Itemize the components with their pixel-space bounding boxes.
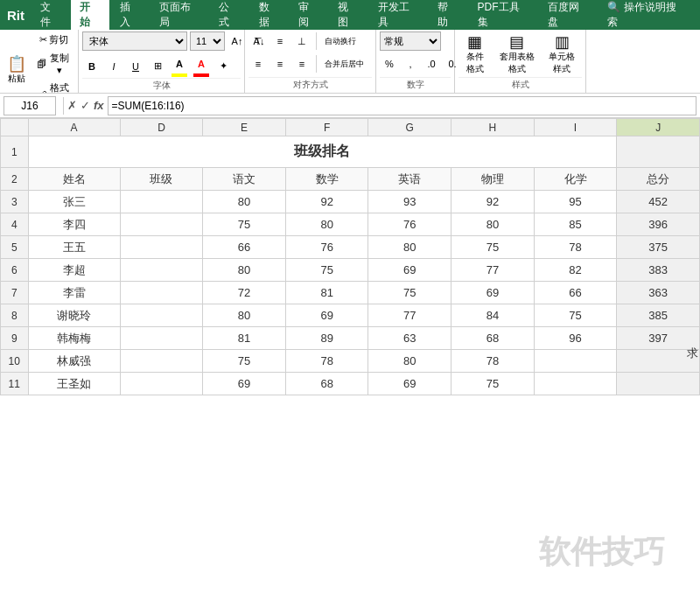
cell-chinese-11[interactable]: 69 <box>203 373 286 395</box>
row-header-5[interactable]: 5 <box>1 236 29 259</box>
cell-chinese-3[interactable]: 80 <box>203 191 286 213</box>
cut-button[interactable]: ✂ 剪切 <box>35 31 73 48</box>
cell-name-6[interactable]: 李超 <box>28 259 120 282</box>
cell-math-10[interactable]: 78 <box>285 350 368 373</box>
cell-math-11[interactable]: 68 <box>285 373 368 395</box>
cell-english-5[interactable]: 80 <box>368 236 452 259</box>
cell-class-9[interactable] <box>120 327 203 350</box>
cell-chinese-8[interactable]: 80 <box>203 304 286 327</box>
cell-reference-input[interactable]: J16 <box>4 96 56 115</box>
cell-physics-7[interactable]: 69 <box>452 282 535 304</box>
cell-class-11[interactable] <box>120 373 203 395</box>
copy-button[interactable]: 🗐 复制 ▾ <box>32 50 74 78</box>
cell-total-6[interactable]: 383 <box>617 259 700 282</box>
cell-physics-4[interactable]: 80 <box>452 213 535 236</box>
cell-name-7[interactable]: 李雷 <box>28 282 120 304</box>
cell-total-4[interactable]: 396 <box>617 213 700 236</box>
col-header-d[interactable]: D <box>120 119 203 136</box>
menu-tab-search[interactable]: 🔍 操作说明搜索 <box>598 0 693 35</box>
cell-math-6[interactable]: 75 <box>285 259 368 282</box>
cell-chemistry-5[interactable]: 78 <box>534 236 617 259</box>
cell-total-11[interactable] <box>617 373 700 395</box>
cell-physics-10[interactable]: 78 <box>452 350 535 373</box>
cell-total-5[interactable]: 375 <box>617 236 700 259</box>
cell-class-6[interactable] <box>120 259 203 282</box>
cell-math-8[interactable]: 69 <box>285 304 368 327</box>
align-top-button[interactable]: ⊤ <box>248 31 268 51</box>
cell-name-3[interactable]: 张三 <box>28 191 120 213</box>
cell-physics-5[interactable]: 75 <box>452 236 535 259</box>
cell-math-3[interactable]: 92 <box>285 191 368 213</box>
cell-chinese-7[interactable]: 72 <box>203 282 286 304</box>
cell-class-8[interactable] <box>120 304 203 327</box>
header-name[interactable]: 姓名 <box>28 168 120 191</box>
cell-total-8[interactable]: 385 <box>617 304 700 327</box>
cell-english-6[interactable]: 69 <box>368 259 452 282</box>
col-header-i[interactable]: I <box>534 119 617 136</box>
cell-name-5[interactable]: 王五 <box>28 236 120 259</box>
row-header-10[interactable]: 10 <box>1 350 29 373</box>
header-total[interactable]: 总分 <box>617 168 700 191</box>
font-size-select[interactable]: 11 <box>190 31 225 51</box>
cell-chemistry-9[interactable]: 96 <box>534 327 617 350</box>
increase-decimal-button[interactable]: .0 <box>422 54 441 73</box>
font-color-button[interactable]: A <box>192 54 211 73</box>
cell-chinese-10[interactable]: 75 <box>203 350 286 373</box>
row-header-4[interactable]: 4 <box>1 213 29 236</box>
border-button[interactable]: ⊞ <box>148 57 167 76</box>
align-middle-button[interactable]: ≡ <box>270 31 290 51</box>
align-center-button[interactable]: ≡ <box>270 54 290 73</box>
cell-math-4[interactable]: 80 <box>285 213 368 236</box>
cell-chemistry-3[interactable]: 95 <box>534 191 617 213</box>
cell-j1[interactable] <box>617 136 700 168</box>
cell-class-5[interactable] <box>120 236 203 259</box>
cell-physics-6[interactable]: 77 <box>452 259 535 282</box>
header-chemistry[interactable]: 化学 <box>534 168 617 191</box>
cell-class-3[interactable] <box>120 191 203 213</box>
cell-total-3[interactable]: 452 <box>617 191 700 213</box>
wrap-text-button[interactable]: 自动换行 <box>321 31 360 51</box>
align-left-button[interactable]: ≡ <box>248 54 268 73</box>
confirm-formula-icon[interactable]: ✓ <box>80 99 90 112</box>
cell-chemistry-7[interactable]: 66 <box>534 282 617 304</box>
cell-chemistry-8[interactable]: 75 <box>534 304 617 327</box>
cell-chinese-6[interactable]: 80 <box>203 259 286 282</box>
cell-name-11[interactable]: 王圣如 <box>28 373 120 395</box>
cell-total-7[interactable]: 363 <box>617 282 700 304</box>
clear-format-button[interactable]: ✦ <box>214 57 233 76</box>
cell-styles-button[interactable]: ▥ 单元格样式 <box>542 32 582 77</box>
col-header-g[interactable]: G <box>368 119 452 136</box>
percent-button[interactable]: % <box>380 54 399 73</box>
title-cell[interactable]: 班级排名 <box>28 136 617 168</box>
cell-english-9[interactable]: 63 <box>368 327 452 350</box>
cell-physics-3[interactable]: 92 <box>452 191 535 213</box>
cell-name-4[interactable]: 李四 <box>28 213 120 236</box>
col-header-f[interactable]: F <box>285 119 368 136</box>
font-name-select[interactable]: 宋体 <box>82 31 187 51</box>
cell-chinese-4[interactable]: 75 <box>203 213 286 236</box>
row-header-9[interactable]: 9 <box>1 327 29 350</box>
col-header-e[interactable]: E <box>203 119 286 136</box>
cell-english-10[interactable]: 80 <box>368 350 452 373</box>
format-painter-button[interactable]: 🖌 格式刷 <box>32 80 74 93</box>
cell-chinese-5[interactable]: 66 <box>203 236 286 259</box>
cell-class-10[interactable] <box>120 350 203 373</box>
underline-button[interactable]: U <box>126 57 145 76</box>
comma-button[interactable]: , <box>401 54 420 73</box>
cancel-formula-icon[interactable]: ✗ <box>67 99 77 112</box>
row-header-7[interactable]: 7 <box>1 282 29 304</box>
cell-chemistry-6[interactable]: 82 <box>534 259 617 282</box>
number-format-select[interactable]: 常规 <box>380 31 441 51</box>
cell-chemistry-10[interactable] <box>534 350 617 373</box>
cell-class-4[interactable] <box>120 213 203 236</box>
row-header-1[interactable]: 1 <box>1 136 29 168</box>
header-chinese[interactable]: 语文 <box>203 168 286 191</box>
row-header-11[interactable]: 11 <box>1 373 29 395</box>
cell-english-11[interactable]: 69 <box>368 373 452 395</box>
table-format-button[interactable]: ▤ 套用表格格式 <box>495 32 539 77</box>
italic-button[interactable]: I <box>104 57 123 76</box>
row-header-3[interactable]: 3 <box>1 191 29 213</box>
cell-name-8[interactable]: 谢晓玲 <box>28 304 120 327</box>
cell-chinese-9[interactable]: 81 <box>203 327 286 350</box>
header-english[interactable]: 英语 <box>368 168 452 191</box>
